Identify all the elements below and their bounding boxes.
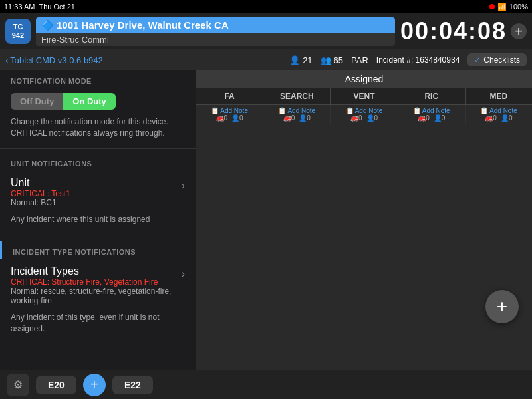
- table-columns-row: FA SEARCH VENT RIC MED: [196, 88, 532, 105]
- status-right: 📶 100%: [489, 3, 528, 11]
- unit-description: Any incident where this unit is assigned: [0, 211, 196, 231]
- units-icon: 👥: [321, 55, 331, 65]
- add-note-fa-button[interactable]: 📋 Add Note: [211, 107, 248, 114]
- note-icon-med: 📋: [480, 107, 488, 114]
- units-stat: 👥 65: [321, 55, 343, 65]
- add-note-med-button[interactable]: 📋 Add Note: [480, 107, 517, 114]
- incident-types-item[interactable]: Incident Types CRITICAL: Structure Fire,…: [0, 261, 196, 309]
- incident-type-label: INCIDENT TYPE NOTIFICATIONS: [0, 241, 196, 259]
- incident-title: 1001 Harvey Drive, Walnut Creek CA: [57, 19, 229, 31]
- checklists-button[interactable]: ✓ Checklists: [467, 53, 527, 66]
- persons-icon-med: 👤0: [501, 114, 513, 122]
- col-vent: VENT: [331, 88, 398, 104]
- note-icon-search: 📋: [278, 107, 286, 114]
- add-unit-button[interactable]: +: [83, 374, 106, 396]
- wifi-icon: 📶: [497, 3, 507, 11]
- status-date: Thu Oct 21: [39, 3, 74, 11]
- unit-normal: Normal: BC1: [11, 198, 182, 207]
- col-fa: FA: [196, 88, 263, 104]
- add-note-ric-button[interactable]: 📋 Add Note: [413, 107, 450, 114]
- add-note-label-ric: Add Note: [422, 107, 450, 114]
- truck-icon-ric: 🚒0: [418, 114, 430, 122]
- tc-badge: TC 942: [5, 19, 31, 44]
- incident-types-critical: CRITICAL: Structure Fire, Vegetation Fir…: [11, 277, 182, 287]
- incident-types-section: Incident Types CRITICAL: Structure Fire,…: [0, 259, 196, 342]
- incident-subtitle: Fire-Struc Comml: [36, 33, 395, 46]
- gear-button[interactable]: ⚙: [7, 374, 29, 396]
- col-search: SEARCH: [263, 88, 331, 104]
- incident-type-content: Incident Types CRITICAL: Structure Fire,…: [11, 265, 182, 305]
- on-duty-button[interactable]: On Duty: [63, 93, 116, 110]
- main-area: NOTIFICATION MODE Off Duty On Duty Chang…: [0, 70, 532, 370]
- e20-button[interactable]: E20: [36, 376, 76, 394]
- off-duty-button[interactable]: Off Duty: [11, 93, 63, 110]
- add-note-vent-button[interactable]: 📋 Add Note: [346, 107, 383, 114]
- notification-mode-label: NOTIFICATION MODE: [0, 70, 196, 88]
- persons-icon-fa: 👤0: [231, 114, 243, 122]
- note-cell-ric: 📋 Add Note 🚒0 👤0: [398, 105, 466, 124]
- incident-types-chevron-icon: ›: [182, 268, 185, 280]
- assigned-header: Assigned: [196, 70, 532, 88]
- unit-item[interactable]: Unit CRITICAL: Test1 Normal: BC1 ›: [0, 173, 196, 211]
- truck-icon-fa: 🚒0: [216, 114, 228, 122]
- truck-icon-vent: 🚒0: [350, 114, 362, 122]
- unit-item-content: Unit CRITICAL: Test1 Normal: BC1: [11, 177, 182, 207]
- note-stats-med: 🚒0 👤0: [485, 114, 512, 122]
- unit-notifications-label: UNIT NOTIFICATIONS: [0, 153, 196, 170]
- timer-plus-button[interactable]: +: [511, 23, 527, 39]
- note-icon-ric: 📋: [413, 107, 421, 114]
- incident-types-normal: Normal: rescue, structure-fire, vegetati…: [11, 287, 182, 305]
- incident-num-value: 1634840934: [416, 55, 460, 65]
- add-fab-button[interactable]: +: [485, 290, 519, 323]
- note-stats-search: 🚒0 👤0: [283, 114, 311, 122]
- checklists-label: Checklists: [483, 55, 520, 65]
- note-cell-vent: 📋 Add Note 🚒0 👤0: [331, 105, 398, 124]
- add-note-label-fa: Add Note: [220, 107, 248, 114]
- incident-num-label: Incident #:: [376, 55, 413, 65]
- back-button[interactable]: ‹ Tablet CMD v3.0.6 b942: [5, 55, 103, 65]
- persons-icon: 👤: [289, 55, 300, 65]
- tc-label: TC: [13, 23, 23, 31]
- duty-toggle: Off Duty On Duty: [11, 93, 185, 110]
- table-body: +: [196, 124, 532, 370]
- note-stats-vent: 🚒0 👤0: [350, 114, 378, 122]
- unit-critical: CRITICAL: Test1: [11, 189, 182, 198]
- truck-icon-med: 🚒0: [485, 114, 497, 122]
- incident-types-name: Incident Types: [11, 265, 182, 277]
- incident-icon: 🔷: [41, 19, 54, 31]
- units-count: 65: [334, 55, 343, 65]
- sidebar: NOTIFICATION MODE Off Duty On Duty Chang…: [0, 70, 196, 370]
- persons-count: 21: [303, 55, 312, 65]
- truck-icon-search: 🚒0: [283, 114, 295, 122]
- divider-1: [0, 148, 196, 149]
- sub-header-right: 👤 21 👥 65 PAR Incident #: 1634840934 ✓ C…: [289, 53, 527, 66]
- notification-mode-section: Off Duty On Duty Change the notification…: [0, 88, 196, 144]
- add-note-label-vent: Add Note: [355, 107, 383, 114]
- persons-icon-ric: 👤0: [434, 114, 446, 122]
- status-bar: 11:33 AM Thu Oct 21 📶 100%: [0, 0, 532, 13]
- battery-status: 100%: [509, 3, 528, 11]
- sub-header: ‹ Tablet CMD v3.0.6 b942 👤 21 👥 65 PAR I…: [0, 49, 532, 70]
- notification-description: Change the notification mode for this de…: [11, 116, 185, 139]
- note-icon-fa: 📋: [211, 107, 219, 114]
- table-area: Assigned FA SEARCH VENT RIC MED 📋 Add No…: [196, 70, 532, 370]
- status-time: 11:33 AM: [4, 3, 35, 11]
- persons-icon-vent: 👤0: [366, 114, 378, 122]
- tc-sub: 942: [12, 31, 24, 40]
- note-icon-vent: 📋: [346, 107, 354, 114]
- par-label: PAR: [351, 55, 368, 65]
- table-notes-row: 📋 Add Note 🚒0 👤0 📋 Add Note 🚒0 👤0: [196, 105, 532, 124]
- e22-button[interactable]: E22: [112, 376, 153, 394]
- persons-icon-search: 👤0: [299, 114, 311, 122]
- add-note-search-button[interactable]: 📋 Add Note: [278, 107, 315, 114]
- bottom-bar: ⚙ E20 + E22: [0, 370, 532, 399]
- incident-types-description: Any incident of this type, even if unit …: [0, 309, 196, 340]
- incident-title-bar: 🔷 1001 Harvey Drive, Walnut Creek CA: [36, 17, 395, 33]
- timer-display: 00:04:08: [400, 17, 507, 45]
- add-note-label-med: Add Note: [489, 107, 517, 114]
- unit-chevron-icon: ›: [182, 180, 185, 192]
- divider-2: [0, 237, 196, 237]
- back-label: Tablet CMD v3.0.6 b942: [10, 55, 102, 65]
- col-med: MED: [466, 88, 532, 104]
- timer-section: 00:04:08 +: [400, 17, 527, 45]
